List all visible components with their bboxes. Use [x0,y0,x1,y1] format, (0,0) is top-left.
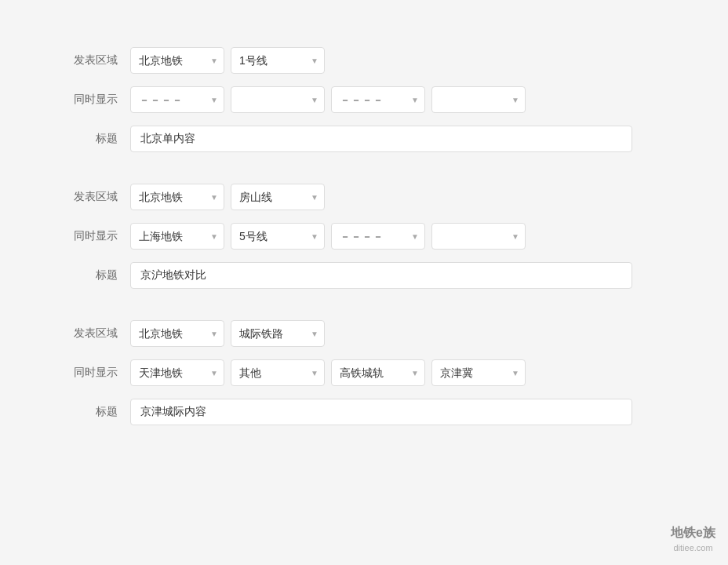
sim-line1-wrapper-3: 其他 ▼ [231,359,325,386]
sim-metro1-wrapper-1: －－－－ ▼ [130,86,224,113]
title-label-1: 标题 [63,132,118,146]
sim-metro2-wrapper-3: 高铁城轨 ▼ [331,359,425,386]
title-input-3[interactable] [130,399,632,425]
publish-line-wrapper-2: 房山线 ▼ [231,184,325,210]
sim-metro1-select-1[interactable]: －－－－ [130,86,224,113]
sim-line1-wrapper-2: 5号线 ▼ [231,223,325,250]
sim-line1-select-1[interactable] [231,86,325,113]
publish-metro-select-3[interactable]: 北京地铁 [130,320,224,347]
publish-line-select-1[interactable]: 1号线 [231,47,325,74]
watermark-sub: ditiee.com [671,543,715,552]
publish-metro-select-2[interactable]: 北京地铁 [130,184,224,210]
publish-line-select-3[interactable]: 城际铁路 [231,320,325,347]
simultaneous-label-2: 同时显示 [63,229,118,243]
title-row-1: 标题 [63,126,665,152]
simultaneous-row-3: 同时显示 天津地铁 ▼ 其他 ▼ 高铁城轨 ▼ [63,359,665,386]
sim-metro2-select-1[interactable]: －－－－ [331,86,425,113]
publish-line-wrapper-1: 1号线 ▼ [231,47,325,74]
publish-area-label-3: 发表区域 [63,326,118,341]
publish-area-row-2: 发表区域 北京地铁 ▼ 房山线 ▼ [63,184,665,210]
title-input-1[interactable] [130,126,632,152]
page-container: 发表区域 北京地铁 ▼ 1号线 ▼ 同时显示 －－－－ ▼ [0,0,728,504]
sim-line2-select-2[interactable] [431,223,526,250]
title-row-3: 标题 [63,399,665,425]
publish-area-row-1: 发表区域 北京地铁 ▼ 1号线 ▼ [63,47,665,74]
simultaneous-row-2: 同时显示 上海地铁 ▼ 5号线 ▼ －－－－ ▼ [63,223,665,250]
publish-line-select-2[interactable]: 房山线 [231,184,325,210]
sim-metro2-select-2[interactable]: －－－－ [331,223,425,250]
title-label-3: 标题 [63,405,118,419]
publish-metro-wrapper-1: 北京地铁 ▼ [130,47,224,74]
watermark-main: 地铁e族 [671,525,715,541]
sim-metro1-select-3[interactable]: 天津地铁 [130,359,224,386]
sim-metro2-wrapper-1: －－－－ ▼ [331,86,425,113]
sim-metro2-select-3[interactable]: 高铁城轨 [331,359,425,386]
simultaneous-label-3: 同时显示 [63,366,118,380]
title-label-2: 标题 [63,268,118,282]
title-input-2[interactable] [130,262,632,289]
title-row-2: 标题 [63,262,665,289]
simultaneous-label-1: 同时显示 [63,93,118,107]
sim-line2-wrapper-1: ▼ [431,86,526,113]
sim-line2-select-3[interactable]: 京津冀 [431,359,526,386]
sim-metro1-wrapper-2: 上海地铁 ▼ [130,223,224,250]
sim-metro2-wrapper-2: －－－－ ▼ [331,223,425,250]
publish-metro-wrapper-3: 北京地铁 ▼ [130,320,224,347]
simultaneous-row-1: 同时显示 －－－－ ▼ ▼ －－－－ ▼ [63,86,665,113]
publish-area-label-2: 发表区域 [63,190,118,204]
watermark: 地铁e族 ditiee.com [671,525,715,552]
publish-metro-select-1[interactable]: 北京地铁 [130,47,224,74]
sim-line1-select-2[interactable]: 5号线 [231,223,325,250]
publish-area-row-3: 发表区域 北京地铁 ▼ 城际铁路 ▼ [63,320,665,347]
sim-line2-wrapper-2: ▼ [431,223,526,250]
sim-line1-select-3[interactable]: 其他 [231,359,325,386]
form-section-1: 发表区域 北京地铁 ▼ 1号线 ▼ 同时显示 －－－－ ▼ [63,47,665,152]
form-section-3: 发表区域 北京地铁 ▼ 城际铁路 ▼ 同时显示 天津地铁 ▼ [63,320,665,425]
publish-area-label-1: 发表区域 [63,53,118,67]
form-section-2: 发表区域 北京地铁 ▼ 房山线 ▼ 同时显示 上海地铁 ▼ [63,184,665,289]
sim-line1-wrapper-1: ▼ [231,86,325,113]
publish-line-wrapper-3: 城际铁路 ▼ [231,320,325,347]
sim-line2-select-1[interactable] [431,86,526,113]
publish-metro-wrapper-2: 北京地铁 ▼ [130,184,224,210]
sim-metro1-wrapper-3: 天津地铁 ▼ [130,359,224,386]
sim-line2-wrapper-3: 京津冀 ▼ [431,359,526,386]
sim-metro1-select-2[interactable]: 上海地铁 [130,223,224,250]
